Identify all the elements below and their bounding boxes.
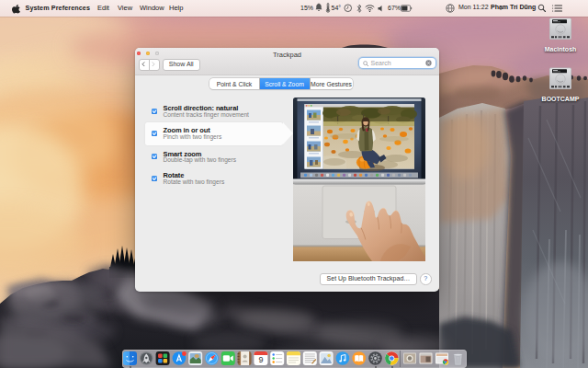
svg-text:9: 9 xyxy=(258,355,263,364)
